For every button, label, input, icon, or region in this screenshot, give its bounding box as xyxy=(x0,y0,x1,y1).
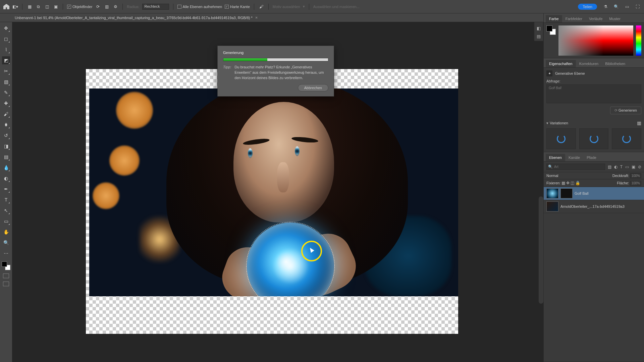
prompt-textarea[interactable]: Golf Ball xyxy=(546,84,641,103)
grid-view-icon[interactable]: ▦ xyxy=(637,120,641,126)
dodge-tool-icon[interactable]: ◐ xyxy=(2,174,10,182)
loading-spinner-icon xyxy=(622,134,631,143)
layer-row[interactable]: 👁 ArnoldOberleiter_...17a-bd44914519a3 xyxy=(544,200,644,213)
stamp-tool-icon[interactable]: ⧯ xyxy=(2,121,10,129)
zoom-tool-icon[interactable]: 🔍 xyxy=(2,239,10,247)
refresh-icon[interactable]: ⟳ xyxy=(95,4,101,10)
dock-item-icon[interactable]: ◧ xyxy=(535,25,542,32)
share-button[interactable]: Teilen xyxy=(578,4,597,10)
alle-ebenen-toggle[interactable]: Alle Ebenen aufnehmen xyxy=(177,5,222,9)
layer-name[interactable]: ArnoldOberleiter_...17a-bd44914519a3 xyxy=(560,204,641,208)
gradient-tool-icon[interactable]: ▤ xyxy=(2,153,10,161)
radius-label: Radius: xyxy=(127,5,139,9)
variation-thumb[interactable] xyxy=(612,128,641,149)
tab-verlaeufe[interactable]: Verläufe xyxy=(586,15,606,22)
lock-position-icon[interactable]: ✥ xyxy=(566,181,570,185)
vertical-scrollbar[interactable] xyxy=(539,196,543,304)
sel-new-icon[interactable]: ▦ xyxy=(26,4,33,10)
layers-panel: 🔍 ▧ ◐ T ▭ ▣ ⊘ Normal Deckkraft: 100% Fix… xyxy=(544,162,644,362)
filter-shape-icon[interactable]: ▭ xyxy=(625,165,629,169)
harte-kante-toggle[interactable]: Harte Kante xyxy=(225,5,250,9)
eyedropper-tool-icon[interactable]: ✎ xyxy=(2,88,10,97)
crop-tool-icon[interactable]: ✂ xyxy=(2,67,10,75)
pen-tool-icon[interactable]: ✒ xyxy=(2,185,10,193)
layer-filter-input[interactable] xyxy=(554,165,571,169)
right-panel-dock: Farbe Farbfelder Verläufe Muster Eigensc… xyxy=(543,13,644,362)
tab-ebenen[interactable]: Ebenen xyxy=(546,154,565,161)
fg-swatch[interactable] xyxy=(546,25,552,32)
fill-input[interactable]: 100% xyxy=(630,181,641,186)
panel-color-swatches[interactable] xyxy=(546,25,556,35)
color-panel xyxy=(544,23,644,58)
sel-intersect-icon[interactable]: ▣ xyxy=(53,4,59,10)
tab-muster[interactable]: Muster xyxy=(606,15,624,22)
dock-item-icon[interactable]: ▤ xyxy=(535,33,542,40)
path-select-icon[interactable]: ↖ xyxy=(2,206,10,215)
beaker-icon[interactable]: ⚗ xyxy=(602,4,608,10)
generate-button[interactable]: Generieren xyxy=(610,107,641,114)
layer-name[interactable]: Golf Ball xyxy=(575,191,641,195)
close-icon[interactable]: × xyxy=(255,15,258,20)
object-select-tool-icon[interactable]: ◩ xyxy=(2,56,10,64)
objektfinder-toggle[interactable]: Objektfinder xyxy=(67,5,92,9)
variation-thumb[interactable] xyxy=(579,128,609,149)
lasso-tool-icon[interactable]: ⌇ xyxy=(2,46,10,54)
tab-eigenschaften[interactable]: Eigenschaften xyxy=(546,60,576,67)
cancel-button[interactable]: Abbrechen xyxy=(298,84,328,92)
tool-preset-icon[interactable]: ◧▾ xyxy=(12,4,18,10)
search-icon[interactable]: 🔍 xyxy=(613,4,619,10)
tab-farbfelder[interactable]: Farbfelder xyxy=(562,15,586,22)
move-tool-icon[interactable]: ✥ xyxy=(2,24,10,32)
document-tab[interactable]: Unbenannt-1 bei 91,4% (ArnoldOberleiter_… xyxy=(15,15,258,20)
blend-mode[interactable]: Normal xyxy=(546,174,558,178)
filter-toggle-icon[interactable]: ⊘ xyxy=(638,165,641,169)
eraser-tool-icon[interactable]: ◨ xyxy=(2,142,10,150)
hand-tool-icon[interactable]: ✋ xyxy=(2,228,10,236)
color-field[interactable] xyxy=(558,25,633,56)
sel-subtract-icon[interactable]: ◫ xyxy=(44,4,50,10)
blur-tool-icon[interactable]: 💧 xyxy=(2,164,10,172)
layer-thumbnail[interactable] xyxy=(546,201,558,212)
filter-smart-icon[interactable]: ▣ xyxy=(632,165,635,169)
lock-all-icon[interactable]: 🔒 xyxy=(575,181,580,185)
screenmode-icon[interactable]: ⛶ xyxy=(635,4,641,10)
objects-icon[interactable]: ▥ xyxy=(104,4,110,10)
type-tool-icon[interactable]: T xyxy=(2,196,10,204)
brush-options-icon[interactable]: 🖌 xyxy=(258,4,264,10)
home-icon[interactable] xyxy=(3,4,9,9)
hue-slider[interactable] xyxy=(636,25,641,56)
lock-artboard-icon[interactable]: ◫ xyxy=(571,181,574,185)
chevron-down-icon[interactable]: ▾ xyxy=(546,121,548,125)
filter-pixel-icon[interactable]: ▧ xyxy=(608,165,611,169)
settings-icon[interactable]: ⚙ xyxy=(112,4,118,10)
foreground-swatch[interactable] xyxy=(2,261,7,267)
tab-bibliotheken[interactable]: Bibliotheken xyxy=(602,60,629,67)
quickmask-icon[interactable] xyxy=(3,274,9,278)
layer-filter[interactable]: 🔍 xyxy=(546,164,605,170)
layer-thumbnail[interactable] xyxy=(546,188,558,198)
tab-farbe[interactable]: Farbe xyxy=(546,15,562,22)
workspace-icon[interactable]: ▭ xyxy=(624,4,630,10)
shape-tool-icon[interactable]: ▭ xyxy=(2,217,10,225)
edit-toolbar-icon[interactable]: ⋯ xyxy=(2,249,10,257)
color-swatches[interactable] xyxy=(2,261,10,270)
filter-type-icon[interactable]: T xyxy=(620,165,623,169)
brush-tool-icon[interactable]: 🖌 xyxy=(2,110,10,118)
layer-mask-thumbnail[interactable] xyxy=(560,188,573,198)
marquee-tool-icon[interactable]: ◻ xyxy=(2,35,10,43)
lock-pixels-icon[interactable]: ▦ xyxy=(561,181,565,185)
tab-pfade[interactable]: Pfade xyxy=(583,154,600,161)
screenmode-mini-icon[interactable] xyxy=(3,282,9,286)
history-brush-icon[interactable]: ↺ xyxy=(2,131,10,139)
tab-korrekturen[interactable]: Korrekturen xyxy=(576,60,602,67)
properties-panel-tabs: Eigenschaften Korrekturen Bibliotheken xyxy=(544,58,644,68)
frame-tool-icon[interactable]: ▧ xyxy=(2,78,10,86)
filter-adjust-icon[interactable]: ◐ xyxy=(614,165,618,169)
artboard[interactable] xyxy=(86,69,458,334)
tab-kanaele[interactable]: Kanäle xyxy=(565,154,583,161)
layer-row[interactable]: 👁 Golf Ball xyxy=(544,187,644,200)
healing-tool-icon[interactable]: ✚ xyxy=(2,99,10,107)
opacity-input[interactable]: 100% xyxy=(630,173,641,178)
sel-add-icon[interactable]: ⧉ xyxy=(35,4,41,10)
variation-thumb[interactable] xyxy=(546,128,576,149)
